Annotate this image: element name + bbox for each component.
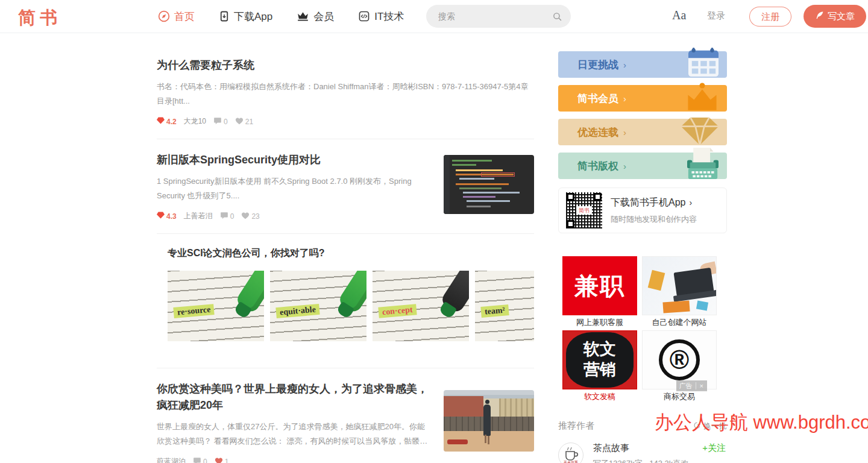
article-summary: 1 SpringSecurity新旧版本使用 前不久Spring Boot 2.… bbox=[157, 174, 430, 203]
author-name[interactable]: 茶点故事 bbox=[593, 443, 688, 454]
green-marker-icon bbox=[234, 271, 264, 315]
dictionary-image[interactable]: equit·able bbox=[270, 271, 366, 341]
article-card: 新旧版本SpringSecurity使用对比 1 SpringSecurity新… bbox=[157, 139, 534, 234]
ad-tile-website[interactable]: 自己创建个网站 bbox=[642, 256, 717, 328]
article-thumbnail-code-screenshot[interactable] bbox=[444, 155, 534, 214]
card-shape bbox=[648, 270, 665, 291]
article-card: 你欣赏这种美吗？世界上最瘦的女人，为了追求骨感美，疯狂减肥20年 世界上最瘦的女… bbox=[157, 368, 534, 463]
heart-icon bbox=[235, 117, 244, 127]
app-download-subtitle: 随时随地发现和创作内容 bbox=[611, 214, 697, 225]
nav-item-label: 会员 bbox=[313, 10, 334, 24]
refresh-icon bbox=[693, 421, 701, 431]
folder-shape bbox=[662, 300, 690, 313]
app-download-card[interactable]: 简书 下载简书手机App› 随时随地发现和创作内容 bbox=[558, 187, 727, 233]
ad-tile-trademark[interactable]: ® 商标交易 bbox=[642, 330, 717, 402]
chevron-right-icon: › bbox=[623, 127, 626, 137]
banner-label: 优选连载 bbox=[577, 125, 618, 139]
typewriter-icon bbox=[686, 148, 720, 179]
qr-center-label: 简书 bbox=[576, 206, 592, 215]
comments-count[interactable]: 0 bbox=[193, 457, 207, 463]
article-feed: 为什么需要粒子系统 书名：代码本色：用编程模拟自然系统作者：Daniel Shi… bbox=[157, 33, 534, 463]
ad-close-icon[interactable]: × bbox=[696, 382, 707, 389]
qr-code: 简书 bbox=[566, 192, 602, 228]
ad-tile-parttime[interactable]: 兼职 网上兼职客服 bbox=[562, 256, 637, 328]
comments-count[interactable]: 0 bbox=[220, 212, 234, 221]
heart-icon bbox=[215, 457, 223, 463]
article-title[interactable]: 为什么需要粒子系统 bbox=[157, 57, 534, 74]
pen-icon bbox=[815, 11, 824, 22]
code-gutter bbox=[444, 155, 450, 214]
green-marker-icon bbox=[337, 271, 366, 315]
ad-tag: 广告 × bbox=[676, 380, 707, 391]
signup-button[interactable]: 注册 bbox=[749, 7, 791, 27]
write-article-button[interactable]: 写文章 bbox=[804, 5, 866, 28]
chevron-right-icon: › bbox=[623, 161, 626, 171]
dictionary-image[interactable]: re·source bbox=[168, 271, 264, 341]
nav-item-membership[interactable]: 会员 bbox=[297, 10, 334, 24]
ad-caption: 自己创建个网站 bbox=[642, 317, 717, 328]
comment-icon bbox=[220, 212, 228, 221]
likes-count[interactable]: 1 bbox=[215, 457, 229, 463]
nav-item-download-app[interactable]: 下载App bbox=[219, 10, 272, 24]
article-title[interactable]: 你欣赏这种美吗？世界上最瘦的女人，为了追求骨感美，疯狂减肥20年 bbox=[157, 381, 430, 414]
login-link[interactable]: 登录 bbox=[707, 10, 725, 22]
banner-featured-serials[interactable]: 优选连载 › bbox=[558, 119, 727, 145]
likes-count[interactable]: 21 bbox=[235, 117, 253, 127]
follow-button[interactable]: +关注 bbox=[702, 443, 727, 454]
dictionary-image[interactable]: con·cept bbox=[373, 271, 469, 341]
banner-copyright[interactable]: 简书版权 › bbox=[558, 153, 727, 179]
calendar-icon bbox=[687, 48, 720, 78]
recommended-author-item: 茶点故事 茶点故事 写了13367k字 · 143.3k喜欢 +关注 bbox=[558, 443, 727, 463]
sponsored-post: 专业SCI论文润色公司，你找对了吗? re·source equit·able … bbox=[157, 234, 534, 368]
article-author[interactable]: 蔚蓝湖泊 bbox=[157, 456, 186, 463]
ad-image-parttime: 兼职 bbox=[562, 256, 637, 315]
building-shape bbox=[444, 396, 483, 418]
ad-grid: 兼职 网上兼职客服 自己创建个网站 软文营销 软文发稿 bbox=[562, 256, 717, 402]
article-thumbnail-beach-photo[interactable] bbox=[444, 390, 534, 452]
search-box bbox=[426, 5, 571, 28]
highlighted-word: equit·able bbox=[275, 304, 319, 318]
sponsored-title[interactable]: 专业SCI论文润色公司，你找对了吗? bbox=[168, 247, 534, 260]
highlighted-word: re·source bbox=[173, 304, 215, 318]
refresh-authors-button[interactable]: 换一批 bbox=[693, 421, 727, 432]
font-size-toggle[interactable]: Aa bbox=[672, 8, 686, 22]
comment-icon bbox=[213, 117, 222, 127]
nav-item-it-tech[interactable]: IT技术 bbox=[358, 10, 404, 24]
author-stats: 写了13367k字 · 143.3k喜欢 bbox=[593, 458, 688, 463]
avatar-label: 茶点故事 bbox=[559, 460, 583, 463]
comment-icon bbox=[193, 457, 201, 463]
paid-rating-badge: 4.3 bbox=[157, 212, 177, 221]
code-highlight-box bbox=[481, 172, 515, 177]
laptop-shape bbox=[674, 268, 714, 297]
nav-item-label: 下载App bbox=[234, 10, 272, 24]
banner-membership[interactable]: 简书会员 › bbox=[558, 85, 727, 112]
ad-caption: 商标交易 bbox=[642, 391, 717, 402]
search-icon[interactable] bbox=[552, 11, 562, 22]
building-shape bbox=[499, 398, 534, 419]
banner-label: 简书版权 bbox=[577, 159, 618, 173]
ad-tile-softarticle[interactable]: 软文营销 软文发稿 bbox=[562, 330, 637, 402]
comments-count[interactable]: 0 bbox=[213, 117, 228, 127]
article-card: 为什么需要粒子系统 书名：代码本色：用编程模拟自然系统作者：Daniel Shi… bbox=[157, 33, 534, 139]
article-title[interactable]: 新旧版本SpringSecurity使用对比 bbox=[157, 152, 430, 168]
banner-label: 日更挑战 bbox=[577, 58, 618, 72]
nav-item-label: 首页 bbox=[174, 10, 195, 24]
dictionary-image[interactable]: team² bbox=[475, 271, 534, 341]
nav-item-home[interactable]: 首页 bbox=[158, 10, 195, 24]
logo[interactable]: 简书 bbox=[18, 6, 61, 30]
article-meta: 蔚蓝湖泊 0 1 bbox=[157, 456, 430, 463]
gem-icon bbox=[157, 212, 165, 221]
article-meta: 4.2 大龙10 0 21 bbox=[157, 116, 534, 127]
chevron-right-icon: › bbox=[623, 60, 626, 70]
banner-daily-challenge[interactable]: 日更挑战 › bbox=[558, 51, 727, 78]
banner-label: 简书会员 bbox=[577, 92, 618, 106]
article-author[interactable]: 大龙10 bbox=[184, 116, 206, 127]
ad-image-softarticle: 软文营销 bbox=[562, 330, 637, 389]
chevron-right-icon: › bbox=[689, 198, 692, 207]
jianshu-homepage: 简书 首页 下载App 会员 bbox=[0, 0, 868, 463]
likes-count[interactable]: 23 bbox=[241, 212, 259, 221]
article-author[interactable]: 上善若泪 bbox=[184, 211, 213, 221]
author-avatar[interactable]: 茶点故事 bbox=[558, 443, 583, 463]
main-nav: 首页 下载App 会员 IT技术 bbox=[158, 0, 404, 33]
search-input[interactable] bbox=[426, 11, 552, 21]
